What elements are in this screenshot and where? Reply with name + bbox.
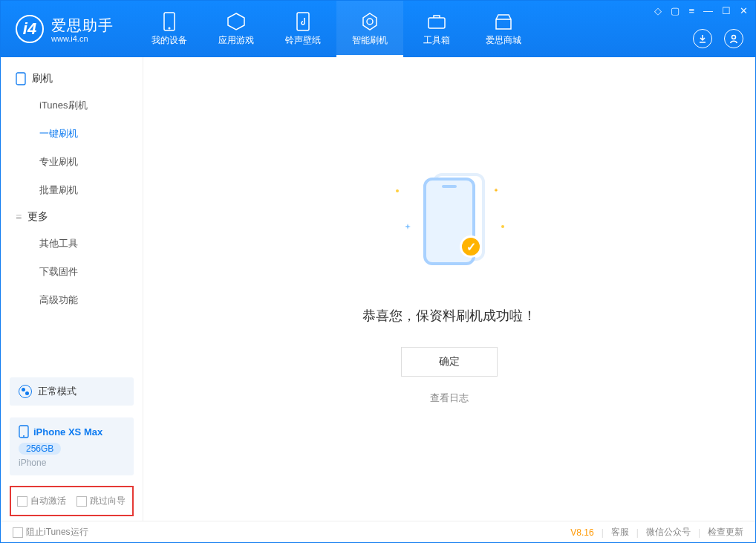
- sidebar: 刷机 iTunes刷机 一键刷机 专业刷机 批量刷机 ≡ 更多 其他工具 下载固…: [1, 57, 143, 521]
- checkbox-block-itunes[interactable]: 阻止iTunes运行: [13, 526, 88, 539]
- tab-ringtones[interactable]: 铃声壁纸: [270, 1, 336, 57]
- svg-point-5: [732, 36, 736, 39]
- shirt-icon[interactable]: ◇: [654, 5, 662, 16]
- footer-link-update[interactable]: 检查更新: [708, 526, 743, 539]
- user-button[interactable]: [724, 29, 743, 48]
- main-tabs: 我的设备 应用游戏 铃声壁纸 智能刷机 工具箱 爱思商城: [136, 1, 537, 57]
- flash-icon: [360, 12, 379, 31]
- success-message: 恭喜您，保资料刷机成功啦！: [362, 307, 536, 325]
- device-icon: [160, 12, 179, 31]
- mode-indicator[interactable]: 正常模式: [10, 377, 134, 406]
- options-row: 自动激活 跳过向导: [10, 486, 134, 516]
- mode-icon: [19, 385, 32, 398]
- svg-rect-6: [16, 73, 25, 85]
- toolbox-icon: [427, 12, 446, 31]
- footer-link-wechat[interactable]: 微信公众号: [646, 526, 691, 539]
- sidebar-item-othertools[interactable]: 其他工具: [1, 230, 143, 258]
- view-log-link[interactable]: 查看日志: [430, 391, 469, 405]
- device-small-icon: [19, 425, 29, 438]
- music-icon: [293, 12, 313, 31]
- minimize-button[interactable]: —: [703, 5, 713, 16]
- sidebar-section-flash: 刷机: [1, 66, 143, 91]
- checkbox-auto-activate[interactable]: 自动激活: [17, 495, 66, 507]
- checkbox-skip-guide[interactable]: 跳过向导: [76, 495, 126, 507]
- app-icon: [227, 12, 246, 31]
- menu-icon[interactable]: ≡: [688, 5, 694, 16]
- tab-apps[interactable]: 应用游戏: [203, 1, 270, 57]
- status-bar: 阻止iTunes运行 V8.16 | 客服 | 微信公众号 | 检查更新: [1, 521, 755, 543]
- sidebar-section-more: ≡ 更多: [1, 204, 143, 230]
- app-name: 爱思助手: [51, 17, 114, 33]
- list-icon: ≡: [16, 211, 22, 223]
- tab-store[interactable]: 爱思商城: [470, 1, 537, 57]
- svg-point-8: [23, 435, 25, 437]
- maximize-button[interactable]: ☐: [722, 5, 731, 16]
- app-url: www.i4.cn: [51, 34, 114, 43]
- window-controls: ◇ ▢ ≡ — ☐ ✕: [654, 5, 748, 16]
- svg-point-1: [169, 27, 171, 29]
- sidebar-item-batch[interactable]: 批量刷机: [1, 176, 143, 204]
- logo-block: i4 爱思助手 www.i4.cn: [1, 15, 128, 43]
- footer-link-support[interactable]: 客服: [611, 526, 629, 539]
- tab-flash[interactable]: 智能刷机: [336, 1, 403, 57]
- sidebar-item-firmware[interactable]: 下载固件: [1, 258, 143, 286]
- svg-rect-4: [428, 18, 445, 28]
- tab-toolbox[interactable]: 工具箱: [403, 1, 470, 57]
- sidebar-item-itunes[interactable]: iTunes刷机: [1, 91, 143, 120]
- storage-badge: 256GB: [19, 443, 61, 455]
- header-actions: [693, 29, 743, 48]
- sidebar-item-oneclick[interactable]: 一键刷机: [1, 120, 143, 148]
- app-header: i4 爱思助手 www.i4.cn 我的设备 应用游戏 铃声壁纸 智能刷机 工具…: [1, 1, 755, 57]
- device-card[interactable]: iPhone XS Max 256GB iPhone: [10, 417, 134, 475]
- svg-point-3: [367, 19, 373, 25]
- tab-my-device[interactable]: 我的设备: [136, 1, 203, 57]
- logo-icon: i4: [16, 15, 44, 43]
- ok-button[interactable]: 确定: [401, 347, 498, 377]
- success-illustration: ✓: [382, 173, 516, 277]
- device-type: iPhone: [19, 458, 125, 468]
- phone-outline-icon: [16, 72, 26, 85]
- sidebar-item-pro[interactable]: 专业刷机: [1, 148, 143, 176]
- store-icon: [494, 12, 513, 31]
- main-content: ✓ 恭喜您，保资料刷机成功啦！ 确定 查看日志: [143, 57, 755, 521]
- sidebar-item-advanced[interactable]: 高级功能: [1, 286, 143, 314]
- checkmark-badge-icon: ✓: [460, 235, 482, 258]
- close-button[interactable]: ✕: [740, 5, 748, 16]
- download-button[interactable]: [693, 29, 712, 48]
- version-label: V8.16: [570, 527, 593, 538]
- feedback-icon[interactable]: ▢: [671, 5, 680, 16]
